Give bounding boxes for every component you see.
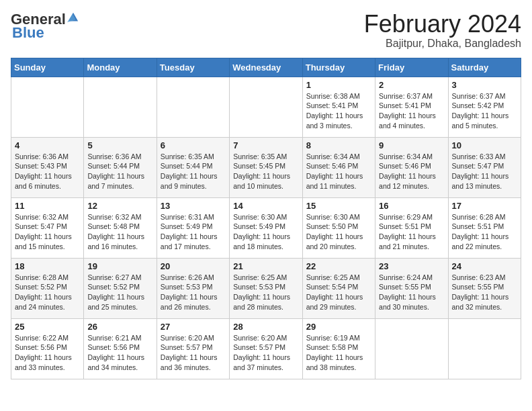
calendar-subtitle: Bajitpur, Dhaka, Bangladesh: [364, 38, 521, 50]
calendar-cell: 20Sunrise: 6:26 AMSunset: 5:53 PMDayligh…: [157, 258, 229, 318]
day-number: 27: [161, 322, 226, 332]
day-info: Sunrise: 6:28 AMSunset: 5:51 PMDaylight:…: [452, 212, 517, 252]
calendar-cell: 25Sunrise: 6:22 AMSunset: 5:56 PMDayligh…: [11, 318, 84, 379]
calendar-cell: 8Sunrise: 6:34 AMSunset: 5:46 PMDaylight…: [302, 137, 375, 197]
day-info: Sunrise: 6:33 AMSunset: 5:47 PMDaylight:…: [452, 152, 517, 191]
day-info: Sunrise: 6:36 AMSunset: 5:44 PMDaylight:…: [87, 152, 152, 191]
calendar-week-3: 11Sunrise: 6:32 AMSunset: 5:47 PMDayligh…: [11, 197, 521, 258]
calendar-cell: [157, 77, 229, 137]
day-info: Sunrise: 6:36 AMSunset: 5:43 PMDaylight:…: [15, 152, 80, 191]
day-info: Sunrise: 6:22 AMSunset: 5:56 PMDaylight:…: [15, 333, 80, 373]
day-number: 29: [306, 322, 371, 332]
day-number: 28: [233, 322, 298, 332]
day-number: 19: [87, 261, 152, 271]
title-block: February 2024 Bajitpur, Dhaka, Banglades…: [364, 11, 521, 50]
calendar-cell: 14Sunrise: 6:30 AMSunset: 5:49 PMDayligh…: [230, 197, 302, 258]
day-number: 12: [87, 201, 152, 211]
calendar-cell: 19Sunrise: 6:27 AMSunset: 5:52 PMDayligh…: [84, 258, 157, 318]
calendar-cell: 9Sunrise: 6:34 AMSunset: 5:46 PMDaylight…: [375, 137, 448, 197]
calendar-week-1: 1Sunrise: 6:38 AMSunset: 5:41 PMDaylight…: [11, 77, 521, 137]
day-info: Sunrise: 6:37 AMSunset: 5:42 PMDaylight:…: [452, 91, 517, 131]
day-info: Sunrise: 6:26 AMSunset: 5:53 PMDaylight:…: [161, 273, 226, 312]
day-header-monday: Monday: [84, 58, 157, 77]
day-number: 17: [452, 201, 517, 211]
calendar-cell: 1Sunrise: 6:38 AMSunset: 5:41 PMDaylight…: [302, 77, 375, 137]
day-number: 13: [161, 201, 226, 211]
calendar-cell: [11, 77, 84, 137]
day-number: 16: [379, 201, 444, 211]
day-number: 8: [306, 140, 371, 150]
day-info: Sunrise: 6:28 AMSunset: 5:52 PMDaylight:…: [15, 273, 80, 312]
calendar-cell: 27Sunrise: 6:20 AMSunset: 5:57 PMDayligh…: [157, 318, 229, 379]
day-info: Sunrise: 6:20 AMSunset: 5:57 PMDaylight:…: [161, 333, 226, 373]
calendar-cell: 10Sunrise: 6:33 AMSunset: 5:47 PMDayligh…: [448, 137, 521, 197]
day-number: 15: [306, 201, 371, 211]
day-info: Sunrise: 6:34 AMSunset: 5:46 PMDaylight:…: [379, 152, 444, 191]
day-number: 14: [233, 201, 298, 211]
day-info: Sunrise: 6:32 AMSunset: 5:48 PMDaylight:…: [87, 212, 152, 252]
calendar-cell: 23Sunrise: 6:24 AMSunset: 5:55 PMDayligh…: [375, 258, 448, 318]
day-number: 18: [15, 261, 80, 271]
day-number: 11: [15, 201, 80, 211]
calendar-cell: 11Sunrise: 6:32 AMSunset: 5:47 PMDayligh…: [11, 197, 84, 258]
calendar-cell: 4Sunrise: 6:36 AMSunset: 5:43 PMDaylight…: [11, 137, 84, 197]
calendar-cell: 13Sunrise: 6:31 AMSunset: 5:49 PMDayligh…: [157, 197, 229, 258]
day-number: 5: [87, 140, 152, 150]
calendar-cell: 24Sunrise: 6:23 AMSunset: 5:55 PMDayligh…: [448, 258, 521, 318]
calendar-cell: 15Sunrise: 6:30 AMSunset: 5:50 PMDayligh…: [302, 197, 375, 258]
day-info: Sunrise: 6:25 AMSunset: 5:53 PMDaylight:…: [233, 273, 298, 312]
calendar-cell: 17Sunrise: 6:28 AMSunset: 5:51 PMDayligh…: [448, 197, 521, 258]
day-number: 10: [452, 140, 517, 150]
day-info: Sunrise: 6:38 AMSunset: 5:41 PMDaylight:…: [306, 91, 371, 131]
calendar-week-4: 18Sunrise: 6:28 AMSunset: 5:52 PMDayligh…: [11, 258, 521, 318]
day-header-wednesday: Wednesday: [230, 58, 302, 77]
page-header: General Blue February 2024 Bajitpur, Dha…: [11, 11, 521, 50]
calendar-cell: [84, 77, 157, 137]
calendar-cell: 5Sunrise: 6:36 AMSunset: 5:44 PMDaylight…: [84, 137, 157, 197]
calendar-cell: 2Sunrise: 6:37 AMSunset: 5:41 PMDaylight…: [375, 77, 448, 137]
calendar-cell: [230, 77, 302, 137]
calendar-cell: 22Sunrise: 6:25 AMSunset: 5:54 PMDayligh…: [302, 258, 375, 318]
calendar-cell: 12Sunrise: 6:32 AMSunset: 5:48 PMDayligh…: [84, 197, 157, 258]
day-header-friday: Friday: [375, 58, 448, 77]
logo: General Blue: [11, 11, 79, 42]
day-info: Sunrise: 6:23 AMSunset: 5:55 PMDaylight:…: [452, 273, 517, 312]
day-info: Sunrise: 6:24 AMSunset: 5:55 PMDaylight:…: [379, 273, 444, 312]
day-info: Sunrise: 6:30 AMSunset: 5:50 PMDaylight:…: [306, 212, 371, 252]
day-info: Sunrise: 6:35 AMSunset: 5:45 PMDaylight:…: [233, 152, 298, 191]
calendar-cell: 18Sunrise: 6:28 AMSunset: 5:52 PMDayligh…: [11, 258, 84, 318]
calendar-cell: 21Sunrise: 6:25 AMSunset: 5:53 PMDayligh…: [230, 258, 302, 318]
day-info: Sunrise: 6:34 AMSunset: 5:46 PMDaylight:…: [306, 152, 371, 191]
day-number: 20: [161, 261, 226, 271]
day-info: Sunrise: 6:20 AMSunset: 5:57 PMDaylight:…: [233, 333, 298, 373]
day-number: 3: [452, 80, 517, 90]
day-info: Sunrise: 6:31 AMSunset: 5:49 PMDaylight:…: [161, 212, 226, 252]
calendar-table: SundayMondayTuesdayWednesdayThursdayFrid…: [11, 58, 521, 379]
calendar-cell: 7Sunrise: 6:35 AMSunset: 5:45 PMDaylight…: [230, 137, 302, 197]
calendar-week-2: 4Sunrise: 6:36 AMSunset: 5:43 PMDaylight…: [11, 137, 521, 197]
day-header-saturday: Saturday: [448, 58, 521, 77]
logo-blue: Blue: [12, 24, 44, 42]
day-header-thursday: Thursday: [302, 58, 375, 77]
calendar-week-5: 25Sunrise: 6:22 AMSunset: 5:56 PMDayligh…: [11, 318, 521, 379]
logo-icon: [67, 11, 79, 24]
day-info: Sunrise: 6:19 AMSunset: 5:58 PMDaylight:…: [306, 333, 371, 373]
day-number: 9: [379, 140, 444, 150]
day-header-tuesday: Tuesday: [157, 58, 229, 77]
calendar-cell: 28Sunrise: 6:20 AMSunset: 5:57 PMDayligh…: [230, 318, 302, 379]
day-info: Sunrise: 6:21 AMSunset: 5:56 PMDaylight:…: [87, 333, 152, 373]
day-info: Sunrise: 6:30 AMSunset: 5:49 PMDaylight:…: [233, 212, 298, 252]
day-number: 1: [306, 80, 371, 90]
calendar-cell: 3Sunrise: 6:37 AMSunset: 5:42 PMDaylight…: [448, 77, 521, 137]
day-number: 25: [15, 322, 80, 332]
calendar-cell: 26Sunrise: 6:21 AMSunset: 5:56 PMDayligh…: [84, 318, 157, 379]
day-info: Sunrise: 6:29 AMSunset: 5:51 PMDaylight:…: [379, 212, 444, 252]
calendar-cell: [448, 318, 521, 379]
calendar-title: February 2024: [364, 11, 521, 38]
day-info: Sunrise: 6:35 AMSunset: 5:44 PMDaylight:…: [161, 152, 226, 191]
calendar-cell: 6Sunrise: 6:35 AMSunset: 5:44 PMDaylight…: [157, 137, 229, 197]
day-info: Sunrise: 6:27 AMSunset: 5:52 PMDaylight:…: [87, 273, 152, 312]
calendar-cell: 29Sunrise: 6:19 AMSunset: 5:58 PMDayligh…: [302, 318, 375, 379]
day-number: 22: [306, 261, 371, 271]
calendar-cell: 16Sunrise: 6:29 AMSunset: 5:51 PMDayligh…: [375, 197, 448, 258]
